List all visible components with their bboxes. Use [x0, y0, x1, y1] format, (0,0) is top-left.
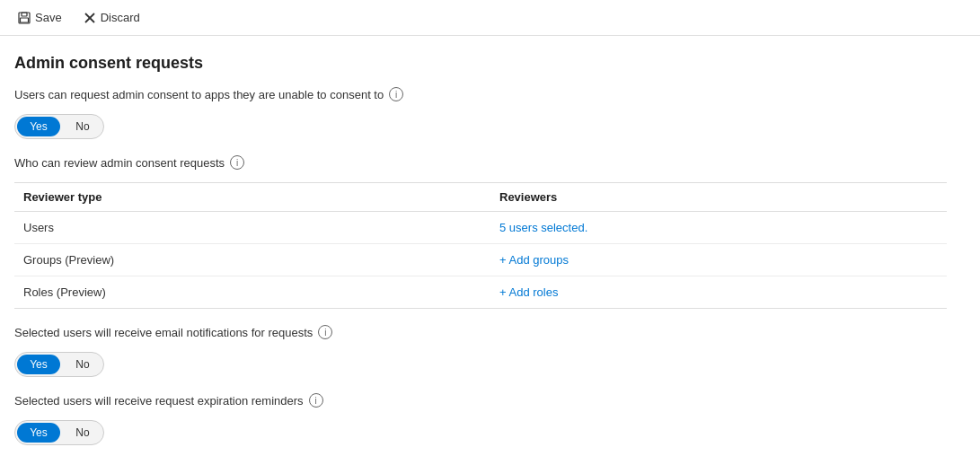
- svg-rect-2: [21, 18, 29, 22]
- add-roles-link[interactable]: + Add roles: [499, 285, 558, 299]
- row-type-roles: Roles (Preview): [14, 276, 490, 309]
- expiration-section-label: Selected users will receive request expi…: [14, 393, 947, 408]
- save-button[interactable]: Save: [14, 9, 66, 26]
- email-section-label: Selected users will receive email notifi…: [14, 325, 947, 339]
- consent-yes-button[interactable]: Yes: [17, 117, 60, 136]
- save-icon: [18, 12, 31, 24]
- row-reviewers-groups: + Add groups: [490, 244, 947, 276]
- add-groups-link[interactable]: + Add groups: [499, 253, 569, 267]
- consent-no-button[interactable]: No: [62, 115, 103, 138]
- expiration-info-icon[interactable]: i: [309, 393, 323, 408]
- expiration-toggle: Yes No: [14, 420, 104, 445]
- main-content: Admin consent requests Users can request…: [0, 36, 961, 456]
- email-yes-button[interactable]: Yes: [17, 355, 60, 374]
- col-header-reviewers: Reviewers: [490, 183, 947, 212]
- discard-button[interactable]: Discard: [80, 9, 144, 26]
- reviewers-table: Reviewer type Reviewers Users 5 users se…: [14, 182, 947, 309]
- save-label: Save: [35, 11, 62, 24]
- reviewers-info-icon[interactable]: i: [230, 155, 244, 170]
- consent-info-icon[interactable]: i: [389, 87, 403, 101]
- row-reviewers-users: 5 users selected.: [490, 212, 947, 244]
- expiration-no-button[interactable]: No: [62, 421, 103, 444]
- expiration-yes-button[interactable]: Yes: [17, 423, 60, 443]
- consent-section-label: Users can request admin consent to apps …: [14, 87, 947, 101]
- table-row: Roles (Preview) + Add roles: [14, 276, 947, 309]
- row-type-groups: Groups (Preview): [14, 244, 490, 276]
- table-row: Groups (Preview) + Add groups: [14, 244, 947, 276]
- row-reviewers-roles: + Add roles: [490, 276, 947, 309]
- email-no-button[interactable]: No: [62, 353, 103, 376]
- row-type-users: Users: [14, 212, 490, 244]
- discard-label: Discard: [101, 11, 140, 24]
- page-title: Admin consent requests: [14, 54, 947, 73]
- svg-rect-1: [22, 13, 27, 16]
- email-info-icon[interactable]: i: [318, 325, 332, 339]
- col-header-type: Reviewer type: [14, 183, 490, 212]
- consent-toggle: Yes No: [14, 114, 104, 139]
- users-selected-link[interactable]: 5 users selected.: [499, 221, 587, 234]
- email-toggle: Yes No: [14, 352, 104, 377]
- reviewers-section-label: Who can review admin consent requests i: [14, 155, 947, 170]
- table-row: Users 5 users selected.: [14, 212, 947, 244]
- reviewers-section: Who can review admin consent requests i …: [14, 155, 947, 309]
- toolbar: Save Discard: [0, 0, 980, 36]
- discard-icon: [84, 12, 96, 24]
